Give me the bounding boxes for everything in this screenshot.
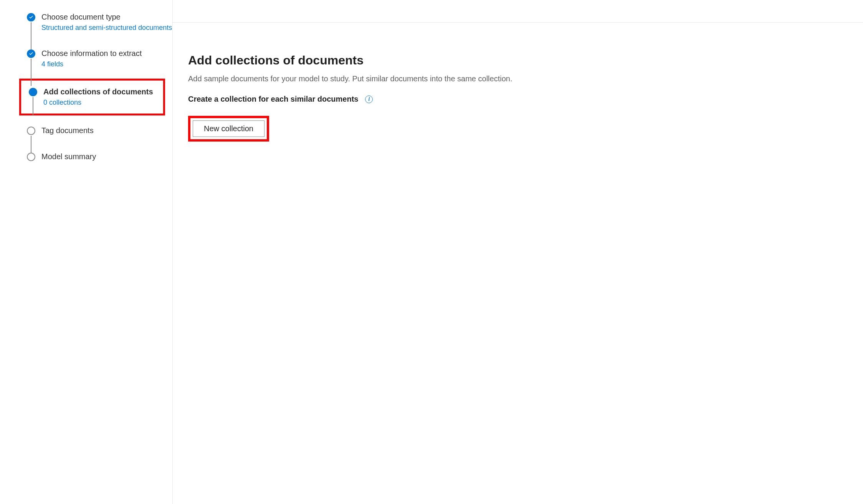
step-title: Tag documents bbox=[41, 125, 172, 136]
step-choose-document-type[interactable]: Choose document type Structured and semi… bbox=[27, 12, 172, 48]
pending-step-icon bbox=[27, 153, 35, 161]
step-subtitle[interactable]: Structured and semi-structured documents bbox=[41, 23, 172, 33]
step-list: Choose document type Structured and semi… bbox=[27, 12, 172, 174]
main-content: Add collections of documents Add sample … bbox=[173, 22, 863, 504]
step-model-summary[interactable]: Model summary bbox=[27, 151, 172, 174]
step-connector bbox=[31, 22, 31, 49]
section-label: Create a collection for each similar doc… bbox=[188, 95, 358, 104]
step-title: Model summary bbox=[41, 151, 172, 162]
step-title: Add collections of documents bbox=[43, 86, 163, 97]
step-tag-documents[interactable]: Tag documents bbox=[27, 125, 172, 151]
section-row: Create a collection for each similar doc… bbox=[188, 95, 863, 104]
page-description: Add sample documents for your model to s… bbox=[188, 74, 863, 83]
info-icon[interactable]: i bbox=[365, 96, 373, 103]
step-connector bbox=[31, 59, 31, 86]
pending-step-icon bbox=[27, 127, 35, 135]
step-subtitle[interactable]: 0 collections bbox=[43, 98, 163, 107]
step-connector bbox=[33, 97, 33, 115]
wizard-sidebar: Choose document type Structured and semi… bbox=[0, 0, 173, 504]
step-add-collections[interactable]: Add collections of documents 0 collectio… bbox=[19, 79, 165, 115]
current-step-icon bbox=[29, 88, 37, 96]
step-title: Choose information to extract bbox=[41, 48, 172, 59]
step-subtitle[interactable]: 4 fields bbox=[41, 59, 172, 69]
new-collection-button[interactable]: New collection bbox=[193, 120, 265, 137]
button-highlight: New collection bbox=[188, 116, 269, 142]
checkmark-icon bbox=[27, 49, 35, 58]
step-connector bbox=[31, 136, 31, 153]
page-heading: Add collections of documents bbox=[188, 53, 863, 68]
step-title: Choose document type bbox=[41, 12, 172, 22]
checkmark-icon bbox=[27, 13, 35, 21]
